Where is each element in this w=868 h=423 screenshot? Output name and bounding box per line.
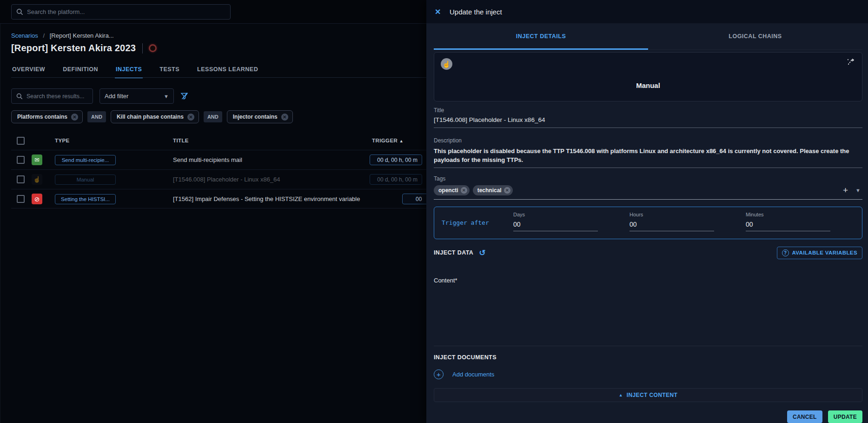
trigger-after-label: Trigger after: [434, 207, 513, 239]
chevron-up-icon: ▲: [619, 393, 623, 397]
days-value[interactable]: 00: [513, 221, 629, 228]
content-field-label: Content*: [434, 277, 862, 284]
refresh-icon[interactable]: ↺: [479, 248, 485, 258]
remove-tag-icon[interactable]: ✕: [504, 187, 510, 194]
tag-chip-technical[interactable]: technical ✕: [473, 185, 513, 195]
page-title: [Report] Kersten Akira 2023: [11, 43, 136, 54]
inject-type-chip[interactable]: Send multi-recipie...: [55, 155, 116, 165]
clear-filters-icon[interactable]: [180, 92, 189, 102]
add-tag-icon[interactable]: +: [843, 186, 848, 195]
cancel-button[interactable]: CANCEL: [787, 410, 822, 423]
trigger-minutes-field: Minutes 00: [746, 207, 862, 239]
filter-operator: AND: [87, 111, 106, 122]
scenario-page: Scenarios / [Report] Kersten Akira... [R…: [0, 0, 426, 423]
inject-title: [T1562] Impair Defenses - Setting the HI…: [173, 195, 360, 202]
add-circle-icon[interactable]: +: [434, 369, 444, 379]
chevron-down-icon[interactable]: ▼: [855, 188, 861, 193]
injects-table: TYPE TITLE TRIGGER ▲ ✉ Send multi-recipi…: [11, 132, 426, 208]
remove-filter-icon[interactable]: ✕: [187, 114, 194, 121]
tab-inject-details[interactable]: INJECT DETAILS: [434, 23, 648, 49]
row-checkbox[interactable]: [17, 156, 25, 164]
tag-label: technical: [477, 187, 502, 194]
add-filter-select[interactable]: Add filter ▼: [99, 88, 174, 104]
trigger-after-box: Trigger after Days 00 Hours 00 Minutes 0…: [434, 207, 862, 239]
trigger-chip[interactable]: 00 d, 00 h, 00 m: [370, 174, 422, 185]
add-documents-link[interactable]: Add documents: [452, 371, 494, 378]
page-title-row: [Report] Kersten Akira 2023: [11, 43, 157, 54]
title-field-underline: [434, 128, 862, 128]
add-filter-label: Add filter: [105, 93, 128, 100]
inject-data-row: INJECT DATA ↺ ? AVAILABLE VARIABLES: [434, 247, 862, 259]
inject-title: [T1546.008] Placeholder - Linux x86_64: [173, 176, 280, 183]
minutes-label: Minutes: [746, 212, 862, 217]
results-search-input[interactable]: [27, 93, 88, 100]
tag-chip-opencti[interactable]: opencti ✕: [434, 185, 470, 195]
close-icon[interactable]: ✕: [435, 7, 445, 16]
tag-label: opencti: [438, 187, 458, 194]
trigger-chip[interactable]: 00 d, 00 h, 00 m: [370, 154, 422, 165]
drawer-body: ☝ Manual Title [T1546.008] Placeholder -…: [426, 50, 868, 423]
payload-icon: ⊘: [32, 194, 42, 204]
inject-type-chip[interactable]: Manual: [55, 175, 116, 185]
column-header-trigger[interactable]: TRIGGER ▲: [372, 138, 404, 143]
inject-content-toggle[interactable]: ▲ INJECT CONTENT: [434, 388, 862, 402]
breadcrumb: Scenarios / [Report] Kersten Akira...: [11, 32, 114, 39]
row-checkbox[interactable]: [17, 195, 25, 203]
update-button[interactable]: UPDATE: [828, 410, 862, 423]
table-header-row: TYPE TITLE TRIGGER ▲: [11, 132, 426, 150]
description-field-value[interactable]: This placeholder is disabled because the…: [434, 147, 862, 165]
minutes-value[interactable]: 00: [746, 221, 862, 228]
tab-tests[interactable]: TESTS: [159, 62, 180, 78]
inject-row-2[interactable]: ☝ Manual [T1546.008] Placeholder - Linux…: [11, 169, 426, 189]
title-field-value[interactable]: [T1546.008] Placeholder - Linux x86_64: [434, 116, 862, 123]
inject-content-label: INJECT CONTENT: [627, 392, 678, 398]
email-icon: ✉: [32, 154, 42, 165]
tags-field-underline: [434, 199, 862, 200]
drawer-header: ✕ Update the inject: [426, 0, 868, 23]
hours-value[interactable]: 00: [629, 221, 746, 228]
column-header-title[interactable]: TITLE: [173, 138, 189, 143]
inject-type-card: ☝ Manual: [434, 52, 862, 101]
platform-search[interactable]: [11, 4, 231, 20]
filter-chip-injector[interactable]: Injector contains ✕: [227, 110, 293, 123]
filter-chip-label: Injector contains: [233, 114, 278, 120]
column-header-type[interactable]: TYPE: [55, 138, 70, 143]
tab-logical-chains[interactable]: LOGICAL CHAINS: [648, 23, 862, 49]
drawer-tabs: INJECT DETAILS LOGICAL CHAINS: [434, 23, 862, 50]
filter-chip-label: Platforms contains: [17, 114, 67, 120]
tab-definition[interactable]: DEFINITION: [62, 62, 99, 78]
sort-asc-icon: ▲: [399, 139, 404, 143]
search-icon: [16, 8, 23, 15]
remove-filter-icon[interactable]: ✕: [71, 114, 78, 121]
remove-filter-icon[interactable]: ✕: [281, 114, 288, 121]
breadcrumb-scenarios-link[interactable]: Scenarios: [11, 32, 38, 39]
content-editor-area[interactable]: [434, 284, 862, 346]
inject-row-1[interactable]: ✉ Send multi-recipie... Send multi-recip…: [11, 150, 426, 169]
add-documents-row: + Add documents: [434, 369, 862, 379]
select-all-checkbox[interactable]: [17, 137, 25, 145]
days-underline: [513, 231, 598, 231]
inject-type-chip[interactable]: Setting the HISTSI...: [55, 194, 116, 204]
tabs-bottom-border: [11, 77, 426, 78]
inject-row-3[interactable]: ⊘ Setting the HISTSI... [T1562] Impair D…: [11, 189, 426, 208]
tab-lessons-learned[interactable]: LESSONS LEARNED: [196, 62, 259, 78]
hours-label: Hours: [629, 212, 746, 217]
remove-tag-icon[interactable]: ✕: [461, 187, 467, 194]
results-search[interactable]: [11, 88, 93, 104]
available-variables-button[interactable]: ? AVAILABLE VARIABLES: [777, 247, 863, 259]
minutes-underline: [746, 231, 830, 231]
title-divider: [142, 43, 143, 54]
top-app-bar: [0, 0, 426, 24]
tab-overview[interactable]: OVERVIEW: [11, 62, 46, 78]
tags-line[interactable]: opencti ✕ technical ✕ + ▼: [434, 185, 862, 195]
inject-documents-heading: INJECT DOCUMENTS: [434, 354, 862, 361]
tab-injects[interactable]: INJECTS: [115, 62, 143, 78]
inject-type-name: Manual: [434, 81, 862, 89]
row-checkbox[interactable]: [17, 175, 25, 183]
platform-search-input[interactable]: [27, 8, 225, 15]
available-variables-label: AVAILABLE VARIABLES: [792, 250, 858, 255]
inject-title: Send multi-recipients mail: [173, 156, 242, 163]
hours-underline: [629, 231, 714, 231]
filter-chip-kill-chain[interactable]: Kill chain phase contains ✕: [111, 110, 199, 123]
filter-chip-platforms[interactable]: Platforms contains ✕: [11, 110, 83, 123]
